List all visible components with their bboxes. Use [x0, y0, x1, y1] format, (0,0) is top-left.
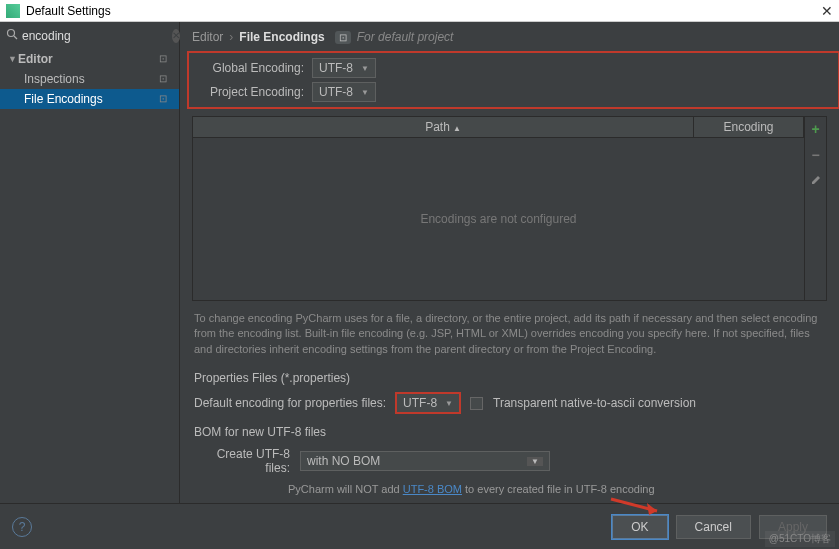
- settings-tree: ▼ Editor ⊡ Inspections ⊡ File Encodings …: [0, 49, 179, 503]
- edit-icon[interactable]: [810, 173, 822, 189]
- window-title: Default Settings: [26, 4, 821, 18]
- chevron-down-icon: ▼: [8, 54, 18, 64]
- dropdown-value: UTF-8: [403, 396, 437, 410]
- bom-row: Create UTF-8 files: with NO BOM ▼: [180, 441, 839, 481]
- bom-section-title: BOM for new UTF-8 files: [180, 419, 839, 441]
- caret-down-icon: ▼: [361, 88, 369, 97]
- clear-search-icon[interactable]: ✕: [172, 29, 180, 43]
- remove-icon[interactable]: −: [811, 147, 819, 163]
- svg-point-0: [8, 30, 15, 37]
- cancel-button[interactable]: Cancel: [676, 515, 751, 539]
- properties-section-title: Properties Files (*.properties): [180, 365, 839, 387]
- dropdown-value: UTF-8: [319, 61, 353, 75]
- titlebar: Default Settings ✕: [0, 0, 839, 22]
- column-path[interactable]: Path▲: [193, 117, 694, 137]
- transparent-ascii-label: Transparent native-to-ascii conversion: [493, 396, 696, 410]
- global-encoding-dropdown[interactable]: UTF-8 ▼: [312, 58, 376, 78]
- watermark: @51CTO博客: [765, 531, 835, 547]
- table-empty-message: Encodings are not configured: [193, 138, 804, 300]
- sort-asc-icon: ▲: [453, 124, 461, 133]
- search-bar: ✕: [0, 22, 179, 49]
- content-pane: Editor › File Encodings ⊡ For default pr…: [180, 22, 839, 503]
- sidebar-item-label: Editor: [18, 52, 159, 66]
- sidebar-item-file-encodings[interactable]: File Encodings ⊡: [0, 89, 179, 109]
- help-icon[interactable]: ?: [12, 517, 32, 537]
- search-input[interactable]: [22, 29, 172, 43]
- utf8-bom-link[interactable]: UTF-8 BOM: [403, 483, 462, 495]
- project-encoding-label: Project Encoding:: [204, 85, 304, 99]
- dialog-footer: ? OK Cancel Apply: [0, 503, 839, 549]
- table-header: Path▲ Encoding: [193, 117, 804, 138]
- caret-down-icon: ▼: [445, 399, 453, 408]
- sidebar-item-inspections[interactable]: Inspections ⊡: [0, 69, 179, 89]
- column-encoding[interactable]: Encoding: [694, 117, 804, 137]
- sidebar: ✕ ▼ Editor ⊡ Inspections ⊡ File Encoding…: [0, 22, 180, 503]
- search-icon: [6, 28, 18, 43]
- table-actions: + −: [804, 117, 826, 300]
- breadcrumb-current: File Encodings: [239, 30, 324, 44]
- breadcrumb-scope: For default project: [357, 30, 454, 44]
- app-icon: [6, 4, 20, 18]
- transparent-ascii-checkbox[interactable]: [470, 397, 483, 410]
- properties-encoding-dropdown[interactable]: UTF-8 ▼: [396, 393, 460, 413]
- ok-button[interactable]: OK: [612, 515, 667, 539]
- caret-down-icon: ▼: [527, 457, 543, 466]
- chevron-right-icon: ›: [229, 30, 233, 44]
- scope-badge-icon: ⊡: [159, 93, 171, 105]
- svg-line-1: [14, 36, 17, 39]
- project-encoding-row: Project Encoding: UTF-8 ▼: [192, 80, 835, 104]
- help-text: To change encoding PyCharm uses for a fi…: [180, 301, 839, 365]
- select-value: with NO BOM: [307, 454, 527, 468]
- project-encoding-dropdown[interactable]: UTF-8 ▼: [312, 82, 376, 102]
- encodings-table: Path▲ Encoding Encodings are not configu…: [192, 116, 827, 301]
- scope-badge-icon: ⊡: [159, 73, 171, 85]
- create-utf8-select[interactable]: with NO BOM ▼: [300, 451, 550, 471]
- close-icon[interactable]: ✕: [821, 3, 833, 19]
- create-utf8-label: Create UTF-8 files:: [194, 447, 290, 475]
- scope-badge-icon: ⊡: [335, 31, 351, 44]
- properties-row: Default encoding for properties files: U…: [180, 387, 839, 419]
- dropdown-value: UTF-8: [319, 85, 353, 99]
- scope-badge-icon: ⊡: [159, 53, 171, 65]
- breadcrumb-parent[interactable]: Editor: [192, 30, 223, 44]
- sidebar-item-label: File Encodings: [24, 92, 159, 106]
- add-icon[interactable]: +: [811, 121, 819, 137]
- global-encoding-label: Global Encoding:: [204, 61, 304, 75]
- sidebar-item-editor[interactable]: ▼ Editor ⊡: [0, 49, 179, 69]
- properties-encoding-label: Default encoding for properties files:: [194, 396, 386, 410]
- breadcrumb: Editor › File Encodings ⊡ For default pr…: [180, 22, 839, 52]
- caret-down-icon: ▼: [361, 64, 369, 73]
- global-encoding-row: Global Encoding: UTF-8 ▼: [192, 56, 835, 80]
- sidebar-item-label: Inspections: [24, 72, 159, 86]
- bom-note: PyCharm will NOT add UTF-8 BOM to every …: [180, 481, 839, 503]
